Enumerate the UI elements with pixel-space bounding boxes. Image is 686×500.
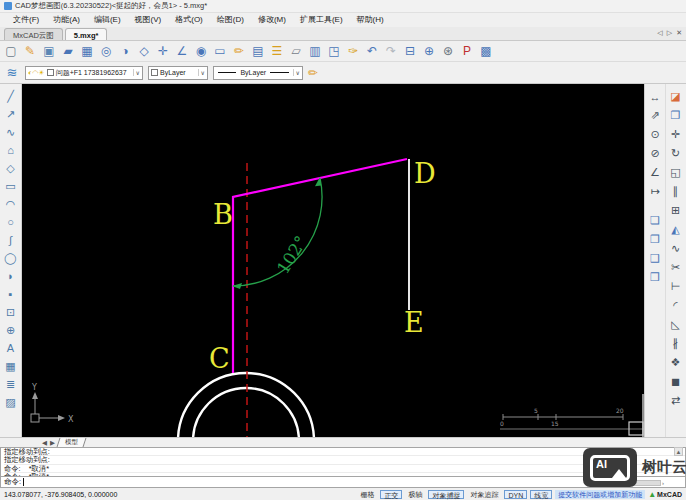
polygon-tool-icon[interactable]: ⌂ [2,141,20,159]
mtext-tool-icon[interactable]: ≣ [2,375,20,393]
menu-item-4[interactable]: 格式(O) [168,14,210,26]
join-icon[interactable]: ⇄ [667,391,685,410]
undo-icon[interactable]: ↶ [363,42,381,60]
draw-color-pencil-icon[interactable]: ✏ [308,66,318,80]
linear-dim-icon[interactable]: ↔ [646,87,664,106]
layer-manager-icon[interactable]: ▤ [249,42,267,60]
open-folder-icon[interactable]: ▰ [59,42,77,60]
dim-style-1-icon[interactable]: ❏ [646,211,664,230]
redo-icon[interactable]: ↷ [382,42,400,60]
menu-item-1[interactable]: 功能(A) [46,14,87,26]
open-file-icon[interactable]: ✎ [21,42,39,60]
toggle-极轴[interactable]: 极轴 [405,490,425,499]
menu-item-5[interactable]: 绘图(D) [210,14,251,26]
diameter-dim-icon[interactable]: ⊘ [646,144,664,163]
linetype-select[interactable]: ByLayer ∨ [213,66,303,80]
new-file-icon[interactable]: ▢ [2,42,20,60]
radius-dim-icon[interactable]: ⊙ [646,125,664,144]
drawing-canvas[interactable]: 102° B C D E 5 0 15 20 [22,84,644,437]
scale-icon[interactable]: ◱ [667,163,685,182]
rectangle-tool-icon[interactable]: ▭ [2,177,20,195]
zoom-object-icon[interactable]: ◉ [192,42,210,60]
angular-dim-icon[interactable]: ∠ [646,163,664,182]
dim-style-4-icon[interactable]: ❒ [646,268,664,287]
feedback-link[interactable]: 提交软件问题或增加新功能 [555,490,645,499]
toggle-DYN[interactable]: DYN [504,490,527,499]
ellipse-arc-tool-icon[interactable]: ◗ [2,267,20,285]
sketch-tool-icon[interactable]: ✑ [344,42,362,60]
linetype-list-icon[interactable]: ☰ [268,42,286,60]
inner-circle[interactable] [193,388,299,437]
tab-model[interactable]: 模型 [57,438,87,447]
menu-item-3[interactable]: 视图(V) [128,14,169,26]
measure-angle-icon[interactable]: ∠ [173,42,191,60]
menu-item-8[interactable]: 帮助(H) [350,14,391,26]
layer-select[interactable]: ◐◠☀ 问题+F1 17381962637 ∨ [25,66,143,80]
layout-prev-icon[interactable]: ◀ [42,439,47,447]
toggle-正交[interactable]: 正交 [380,490,402,499]
zoom-extents-icon[interactable]: ◇ [135,42,153,60]
zoom-window-icon[interactable]: ◑ [116,42,134,60]
arc-tool-icon[interactable]: ◠ [2,195,20,213]
toggle-栅格[interactable]: 栅格 [357,490,377,499]
color-select[interactable]: ByLayer ∨ [148,66,208,80]
chevron-down-icon[interactable]: ∨ [293,69,300,76]
toggle-对象追踪[interactable]: 对象追踪 [467,490,501,499]
hatch-tool-icon[interactable]: ▨ [2,393,20,411]
copy-icon[interactable]: ❐ [667,106,685,125]
toggle-线宽[interactable]: 线宽 [530,490,552,499]
erase-icon[interactable]: ◪ [667,87,685,106]
explode-icon[interactable]: ❖ [667,353,685,372]
web-share-icon[interactable]: ⊛ [439,42,457,60]
save-as-icon[interactable]: ▦ [78,42,96,60]
polyline-tool-icon[interactable]: ∿ [2,123,20,141]
erase-tool-icon[interactable]: ▱ [287,42,305,60]
continue-dim-icon[interactable]: ↦ [646,182,664,201]
menu-item-2[interactable]: 编辑(E) [87,14,128,26]
outer-circle[interactable] [178,373,314,437]
break-icon[interactable]: ∦ [667,334,685,353]
fillet-icon[interactable]: ◜ [667,296,685,315]
extend-icon[interactable]: ⊢ [667,277,685,296]
document-tab-0[interactable]: MxCAD云图 [4,28,63,40]
spline-tool-icon[interactable]: ∫ [2,231,20,249]
point-tool-icon[interactable]: ▪ [2,285,20,303]
toggle-对象捕捉[interactable]: 对象捕捉 [428,490,464,499]
ellipse-tool-icon[interactable]: ◯ [2,249,20,267]
pan-icon[interactable]: ✛ [154,42,172,60]
zoom-in-icon[interactable]: ◎ [97,42,115,60]
offset-icon[interactable]: ∥ [667,182,685,201]
construction-line-icon[interactable]: ↗ [2,105,20,123]
move-icon[interactable]: ✛ [667,125,685,144]
spline-edit-icon[interactable]: ∿ [667,239,685,258]
pdf-export-icon[interactable]: P [458,42,476,60]
save-file-icon[interactable]: ▣ [40,42,58,60]
chevron-down-icon[interactable]: ∨ [133,69,140,76]
chevron-down-icon[interactable]: ∨ [198,69,205,76]
tab-prev-icon[interactable]: ◁ [657,29,662,37]
block-create-icon[interactable]: ⊡ [2,303,20,321]
select-tool-icon[interactable]: ◳ [325,42,343,60]
dim-style-2-icon[interactable]: ❐ [646,230,664,249]
text-tool-icon[interactable]: A [2,339,20,357]
tab-next-icon[interactable]: ▷ [667,29,672,37]
document-tab-1[interactable]: 5.mxg* [65,28,108,40]
mirror-icon[interactable]: ◭ [667,220,685,239]
print-icon[interactable]: ⊟ [401,42,419,60]
dim-style-3-icon[interactable]: ❑ [646,249,664,268]
draw-pencil-icon[interactable]: ✏ [230,42,248,60]
circle-tool-icon[interactable]: ○ [2,213,20,231]
layer-states-icon[interactable]: ▥ [306,42,324,60]
trim-icon[interactable]: ✂ [667,258,685,277]
layout-next-icon[interactable]: ▶ [50,439,55,447]
line-tool-icon[interactable]: ╱ [2,87,20,105]
rotate-icon[interactable]: ↻ [667,144,685,163]
block-insert-icon[interactable]: ⊕ [2,321,20,339]
solid-box-icon[interactable]: ◼ [667,372,685,391]
menu-item-0[interactable]: 文件(F) [6,14,46,26]
chamfer-icon[interactable]: ◺ [667,315,685,334]
web-publish-icon[interactable]: ⊕ [420,42,438,60]
aligned-dim-icon[interactable]: ⇗ [646,106,664,125]
array-icon[interactable]: ⊞ [667,201,685,220]
menu-item-6[interactable]: 修改(M) [251,14,293,26]
